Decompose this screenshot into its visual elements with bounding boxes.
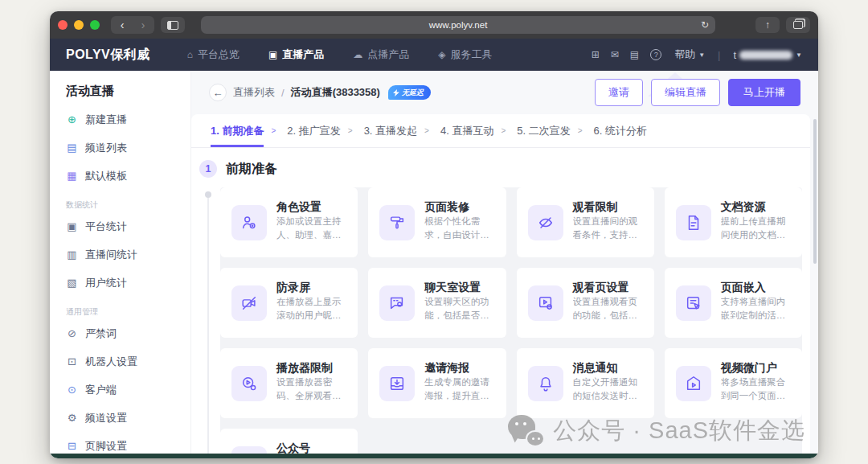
page-play-gear-icon — [528, 285, 563, 321]
card-page-embed[interactable]: 页面嵌入支持将直播间内嵌到定制的活动页内 — [665, 268, 802, 338]
page-cursor-icon — [676, 285, 711, 321]
nav-item-service-tools[interactable]: ◈ 服务工具 — [438, 47, 492, 62]
nav-item-label: 直播产品 — [282, 47, 324, 62]
card-video-portal[interactable]: 视频微门户将多场直播聚合到同一个页面，便于活动前期的宣发... — [665, 348, 802, 418]
close-window-button[interactable] — [58, 20, 68, 30]
card-player-restrictions[interactable]: 播放器限制设置播放器密码、全屏观看的方式等 — [220, 348, 358, 418]
caret-down-icon: ▼ — [698, 51, 705, 59]
tab-interaction[interactable]: 4. 直播互动 — [440, 114, 493, 147]
start-live-button[interactable]: 马上开播 — [728, 79, 800, 106]
card-anti-screen-recording[interactable]: 防录屏在播放器上显示滚动的用户昵称或固定文字，达到防... — [220, 268, 358, 338]
badge-label: 无延迟 — [402, 88, 424, 98]
monitor-icon: ▣ — [66, 220, 78, 232]
minimize-window-button[interactable] — [74, 20, 84, 30]
sidebar-item-client[interactable]: ⊙ 客户端 — [50, 376, 190, 404]
sidebar-item-label: 用户统计 — [85, 276, 127, 290]
sidebar-item-robot-settings[interactable]: ⊡ 机器人设置 — [50, 347, 190, 376]
card-viewing-restrictions[interactable]: 观看限制设置直播间的观看条件，支持白名单、报名观看、验... — [517, 187, 654, 257]
chevron-right-icon: › — [141, 18, 145, 31]
navbar-mini-icons: ⊞ ✉ ▤ ? — [592, 49, 661, 60]
sidebar-item-default-template[interactable]: ▦ 默认模板 — [50, 162, 190, 190]
forward-button[interactable]: › — [133, 17, 153, 33]
mail-icon[interactable]: ✉ — [611, 49, 619, 60]
card-chatroom-settings[interactable]: 聊天室设置设置聊天区的功能，包括是否显示欢迎语、是否支持... — [368, 268, 506, 338]
tab-analytics[interactable]: 6. 统计分析 — [594, 114, 647, 147]
sidebar-item-channel-list[interactable]: ▤ 频道列表 — [50, 133, 190, 162]
nav-item-live-products[interactable]: ▣ 直播产品 — [268, 47, 324, 62]
reload-icon[interactable]: ↻ — [701, 19, 709, 31]
card-desc: 自定义开播通知的短信发送时机，观众预约的直播后，... — [573, 376, 643, 402]
console-panel-icon[interactable]: ▤ — [630, 49, 639, 60]
cloud-icon: ☁ — [353, 49, 362, 60]
address-bar[interactable]: www.polyv.net ↻ — [201, 16, 715, 34]
tab-preparation[interactable]: 1. 前期准备 — [211, 114, 264, 147]
chevron-right-icon: > — [578, 126, 583, 135]
header-actions: 邀请 编辑直播 马上开播 — [595, 79, 800, 106]
sidebar-item-label: 客户端 — [85, 383, 117, 397]
help-circle-icon[interactable]: ? — [650, 49, 661, 60]
tab-repromotion[interactable]: 5. 二次宣发 — [517, 114, 570, 147]
sidebar-item-label: 平台统计 — [85, 220, 127, 234]
storage-box-icon[interactable]: ⊞ — [592, 49, 600, 60]
card-role-settings[interactable]: 角色设置添加或设置主持人、助理、嘉宾的信息，以及新增助... — [220, 187, 358, 257]
card-page-decoration[interactable]: 页面装修根据个性化需求，自由设计配置直播间元素，支持自... — [368, 187, 506, 257]
sidebar-item-banned-words[interactable]: ⊘ 严禁词 — [50, 319, 190, 347]
person-gear-icon — [231, 205, 267, 240]
card-watch-page-settings[interactable]: 观看页设置设置直播观看页的功能，包括是否允许移动端观看等 — [517, 268, 654, 338]
step-number-badge: 1 — [199, 160, 217, 178]
card-desc: 设置播放器密码、全屏观看的方式等 — [276, 376, 346, 402]
wechat-watermark-icon — [508, 415, 545, 447]
breadcrumb-separator: / — [281, 87, 285, 99]
zoom-window-button[interactable] — [90, 20, 100, 30]
sidebar-item-channel-settings[interactable]: ⚙ 频道设置 — [50, 404, 190, 432]
breadcrumb-current: 活动直播(3833358) — [291, 85, 380, 100]
card-title: 角色设置 — [276, 200, 321, 213]
card-document-resources[interactable]: 文档资源提前上传直播期间使用的文档资源，减少直播中的失... — [665, 187, 802, 257]
card-title: 消息通知 — [573, 361, 618, 374]
window-bottom-strip — [50, 454, 818, 458]
card-desc: 设置聊天区的功能，包括是否显示欢迎语、是否支持... — [424, 295, 494, 322]
nav-item-platform-overview[interactable]: ⌂ 平台总览 — [187, 47, 240, 62]
sidebar-item-room-stats[interactable]: ▥ 直播间统计 — [50, 240, 190, 269]
sidebar-toggle-button[interactable] — [161, 17, 185, 33]
timeline-line — [207, 198, 209, 458]
history-buttons: ‹ › — [111, 16, 154, 34]
card-message-notification[interactable]: 消息通知自定义开播通知的短信发送时机，观众预约的直播后，... — [517, 348, 654, 418]
card-invitation-poster[interactable]: 邀请海报生成专属的邀请海报，提升直播间分享裂变的效果 — [368, 348, 506, 418]
divider: | — [718, 49, 720, 61]
card-title: 观看页设置 — [573, 281, 629, 294]
sidebar-item-label: 直播间统计 — [85, 248, 137, 262]
edit-live-button[interactable]: 编辑直播 — [651, 79, 720, 106]
workflow-panel: 1. 前期准备 > 2. 推广宣发 > 3. 直播发起 > 4. 直播互动 > — [191, 114, 810, 458]
nav-item-vod-products[interactable]: ☁ 点播产品 — [353, 47, 409, 62]
tab-launch[interactable]: 3. 直播发起 — [364, 114, 417, 147]
share-button[interactable]: ↑ — [755, 17, 780, 33]
robot-icon: ⊡ — [66, 355, 78, 368]
card-desc: 设置直播观看页的功能，包括是否允许移动端观看等 — [573, 295, 643, 322]
circle-plus-icon: ⊕ — [66, 113, 78, 125]
sidebar-item-label: 新建直播 — [85, 113, 127, 127]
sidebar-item-platform-stats[interactable]: ▣ 平台统计 — [50, 212, 190, 240]
card-desc: 生成专属的邀请海报，提升直播间分享裂变的效果 — [424, 376, 494, 402]
invite-button[interactable]: 邀请 — [595, 79, 643, 106]
app-navbar: POLYV保利威 ⌂ 平台总览 ▣ 直播产品 ☁ 点播产品 ◈ 服务工具 ⊞ ✉ — [50, 39, 818, 71]
chat-gear-icon — [379, 285, 415, 321]
sidebar-item-label: 严禁词 — [85, 326, 117, 341]
help-menu[interactable]: 帮助 ▼ — [674, 47, 705, 62]
no-delay-badge: 无延迟 — [388, 85, 431, 100]
card-desc: 根据个性化需求，自由设计配置直播间元素，支持自... — [424, 215, 494, 241]
tab-overview-button[interactable] — [786, 17, 810, 33]
account-menu[interactable]: t ▼ — [733, 49, 802, 61]
breadcrumb-parent[interactable]: 直播列表 — [233, 85, 275, 100]
back-circle-button[interactable]: ← — [209, 84, 227, 101]
scrollbar-thumb[interactable] — [813, 119, 817, 264]
back-button[interactable]: ‹ — [113, 17, 132, 33]
chrome-right-buttons: ↑ — [755, 17, 810, 33]
client-icon: ⊙ — [66, 384, 78, 396]
tab-promotion[interactable]: 2. 推广宣发 — [287, 114, 340, 147]
breadcrumb: ← 直播列表 / 活动直播(3833358) 无延迟 邀请 编辑直播 马上开播 — [191, 71, 818, 114]
sidebar-item-user-stats[interactable]: ▧ 用户统计 — [50, 269, 190, 297]
sidebar-item-new-live[interactable]: ⊕ 新建直播 — [50, 105, 190, 133]
nav-item-label: 服务工具 — [451, 47, 493, 62]
live-tv-icon: ▣ — [268, 49, 277, 60]
